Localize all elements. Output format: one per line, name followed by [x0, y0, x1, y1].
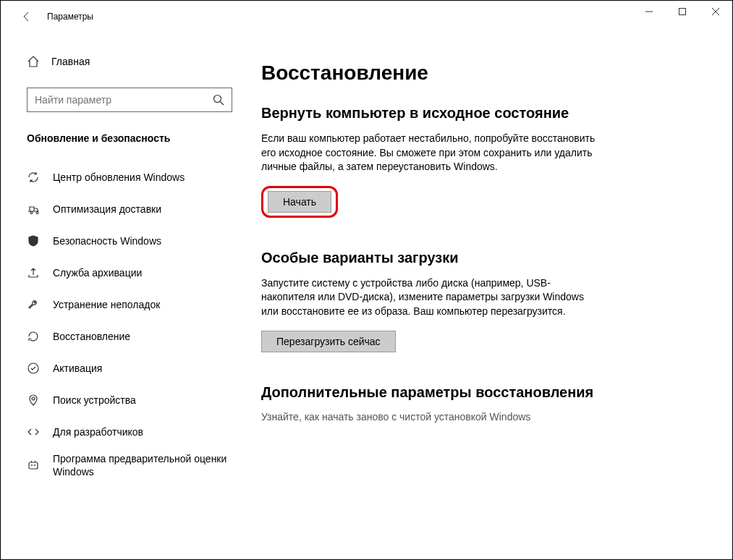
section-title: Вернуть компьютер в исходное состояние — [261, 105, 689, 122]
wrench-icon — [27, 298, 40, 311]
section-more-recovery: Дополнительные параметры восстановления … — [261, 384, 689, 423]
sidebar: Главная Обновление и безопасность Центр … — [1, 33, 247, 559]
titlebar: Параметры — [1, 1, 732, 33]
shield-icon — [27, 234, 40, 247]
main-content: Восстановление Вернуть компьютер в исход… — [247, 33, 732, 559]
minimize-icon — [645, 8, 653, 15]
maximize-icon — [679, 8, 686, 15]
sidebar-item-find-device[interactable]: Поиск устройства — [27, 384, 232, 416]
upload-icon — [27, 266, 40, 279]
svg-rect-8 — [29, 462, 38, 469]
home-icon — [27, 55, 40, 68]
sidebar-item-label: Центр обновления Windows — [53, 171, 185, 184]
recovery-icon — [27, 330, 40, 343]
home-nav[interactable]: Главная — [27, 47, 232, 76]
insider-icon — [27, 459, 40, 472]
category-heading: Обновление и безопасность — [27, 132, 232, 144]
search-icon — [213, 94, 224, 106]
fresh-start-link[interactable]: Узнайте, как начать заново с чистой уста… — [261, 411, 689, 423]
sidebar-item-backup[interactable]: Служба архивации — [27, 257, 232, 289]
delivery-icon — [27, 203, 40, 216]
restart-now-button[interactable]: Перезагрузить сейчас — [261, 331, 396, 352]
sidebar-item-windows-update[interactable]: Центр обновления Windows — [27, 161, 232, 193]
section-title: Особые варианты загрузки — [261, 250, 689, 266]
sidebar-item-label: Служба архивации — [53, 266, 142, 279]
svg-rect-1 — [679, 9, 686, 15]
svg-point-7 — [32, 397, 35, 400]
sidebar-item-label: Устранение неполадок — [53, 298, 160, 311]
back-button[interactable] — [12, 2, 41, 31]
location-icon — [27, 394, 40, 407]
svg-line-5 — [221, 102, 224, 106]
section-reset-pc: Вернуть компьютер в исходное состояние Е… — [261, 105, 689, 218]
search-input[interactable] — [35, 94, 213, 106]
close-icon — [712, 8, 719, 15]
highlight-annotation: Начать — [261, 186, 338, 218]
sidebar-item-label: Программа предварительной оценки Windows — [53, 452, 232, 478]
minimize-button[interactable] — [632, 1, 666, 22]
nav-list: Центр обновления Windows Оптимизация дос… — [27, 161, 232, 483]
close-button[interactable] — [699, 1, 732, 22]
home-label: Главная — [51, 56, 90, 67]
sidebar-item-recovery[interactable]: Восстановление — [27, 321, 232, 352]
sidebar-item-label: Восстановление — [53, 330, 130, 343]
sidebar-item-delivery-optimization[interactable]: Оптимизация доставки — [27, 193, 232, 225]
start-reset-button[interactable]: Начать — [268, 191, 331, 213]
svg-point-9 — [31, 464, 33, 466]
search-box[interactable] — [27, 88, 232, 112]
svg-point-6 — [28, 363, 38, 373]
window-controls — [632, 1, 732, 22]
arrow-left-icon — [21, 11, 33, 22]
section-advanced-startup: Особые варианты загрузки Запустите систе… — [261, 250, 689, 352]
page-title: Восстановление — [261, 61, 689, 85]
window-title: Параметры — [47, 12, 93, 22]
check-circle-icon — [27, 362, 40, 375]
section-text: Запустите систему с устройства либо диск… — [261, 276, 601, 319]
sidebar-item-insider-program[interactable]: Программа предварительной оценки Windows — [27, 448, 232, 483]
maximize-button[interactable] — [666, 1, 699, 22]
sidebar-item-windows-security[interactable]: Безопасность Windows — [27, 225, 232, 257]
sidebar-item-troubleshoot[interactable]: Устранение неполадок — [27, 289, 232, 321]
code-icon — [27, 425, 40, 438]
svg-point-4 — [214, 96, 221, 103]
sidebar-item-label: Безопасность Windows — [53, 234, 161, 247]
sidebar-item-label: Для разработчиков — [53, 425, 143, 438]
section-text: Если ваш компьютер работает нестабильно,… — [261, 132, 601, 174]
svg-point-10 — [34, 464, 35, 466]
sidebar-item-label: Оптимизация доставки — [53, 203, 161, 216]
sidebar-item-label: Поиск устройства — [53, 394, 136, 407]
sidebar-item-activation[interactable]: Активация — [27, 352, 232, 384]
sidebar-item-label: Активация — [53, 362, 102, 375]
sync-icon — [27, 171, 40, 184]
sidebar-item-for-developers[interactable]: Для разработчиков — [27, 416, 232, 448]
section-title: Дополнительные параметры восстановления — [261, 384, 689, 401]
